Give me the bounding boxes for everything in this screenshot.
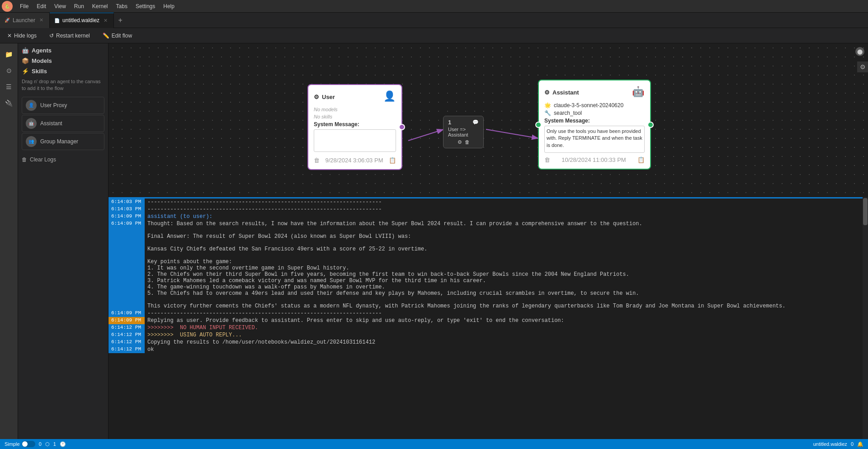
edge-settings-icon[interactable]: ⚙ [458, 139, 462, 145]
restart-kernel-button[interactable]: ↺ Restart kernel [46, 31, 94, 40]
log-entry-separator1: 6:14:03 PM -----------------------------… [108, 199, 868, 206]
menubar: 🐍 File Edit View Run Kernel Tabs Setting… [0, 0, 868, 13]
user-delete-icon[interactable]: 🗑 [314, 157, 320, 164]
log-time-3: 6:14:09 PM [108, 213, 145, 220]
log-time-10: 6:14:12 PM [108, 346, 145, 353]
status-notifications: 0 [851, 441, 854, 447]
log-entry-no-input: 6:14:12 PM >>>>>>>> NO HUMAN INPUT RECEI… [108, 324, 868, 331]
flow-canvas[interactable]: ⚙ User 👤 No models No skills System Mess… [108, 43, 868, 449]
menu-help[interactable]: Help [160, 2, 178, 10]
assistant-model: claude-3-5-sonnet-20240620 [554, 102, 623, 109]
skills-title: ⚡ Skills [22, 68, 104, 75]
edit-flow-button[interactable]: ✏️ Edit flow [99, 31, 136, 40]
tab-launcher-label: Launcher [13, 17, 35, 24]
sidebar-search-icon[interactable]: ⊙ [2, 63, 16, 78]
sidebar-list-icon[interactable]: ☰ [2, 80, 16, 94]
user-timestamp: 9/28/2024 3:06:03 PM [326, 157, 383, 164]
tab-waldiez-label: untitled.waldiez [62, 17, 99, 24]
launcher-icon: 🚀 [5, 18, 10, 23]
assistant-avatar: 🤖 [26, 118, 37, 129]
user-node[interactable]: ⚙ User 👤 No models No skills System Mess… [307, 84, 402, 170]
assistant-model-row: 🌟 claude-3-5-sonnet-20240620 [544, 102, 645, 109]
menu-settings[interactable]: Settings [132, 2, 159, 10]
user-sys-msg-input[interactable] [314, 129, 396, 152]
sidebar-plugin-icon[interactable]: 🔌 [2, 96, 16, 110]
user-no-models: No models [314, 107, 396, 112]
assistant-timestamp: 10/28/2024 11:00:33 PM [561, 156, 626, 163]
menu-run[interactable]: Run [71, 2, 88, 10]
assistant-tool-row: 🔧 search_tool [544, 110, 645, 116]
tab-waldiez-close[interactable]: ✕ [102, 17, 109, 24]
simple-toggle[interactable]: Simple [5, 441, 35, 447]
log-entry-thought: 6:14:09 PM Thought: Based on the search … [108, 220, 868, 310]
assistant-tool: search_tool [554, 110, 582, 116]
tab-waldiez[interactable]: 📄 untitled.waldiez ✕ [50, 13, 114, 28]
assistant-node-header: ⚙ Assistant 🤖 [544, 86, 645, 99]
user-copy-icon[interactable]: 📋 [389, 157, 396, 164]
menu-kernel[interactable]: Kernel [89, 2, 112, 10]
status-bell-icon: 🔔 [857, 441, 863, 447]
assistant-node-right-handle[interactable] [647, 122, 654, 128]
sidebar-files-icon[interactable]: 📁 [2, 47, 16, 61]
restart-kernel-label: Restart kernel [56, 33, 90, 39]
log-scrollbar-thumb[interactable] [863, 198, 868, 225]
tab-add-button[interactable]: + [114, 13, 127, 28]
log-scrollbar[interactable] [863, 197, 868, 439]
statusbar-left: Simple 0 ⬡ 1 🕐 [5, 441, 66, 447]
canvas-top-right: ⬤ [855, 47, 864, 58]
agent-panel: 🤖 Agents 📦 Models ⚡ Skills Drag n' drop … [18, 43, 108, 449]
tab-launcher-close[interactable]: ✕ [38, 17, 45, 24]
app-logo: 🐍 [2, 1, 13, 12]
user-sys-msg-label: System Message: [314, 121, 396, 128]
toggle-switch[interactable] [22, 441, 35, 447]
menu-view[interactable]: View [51, 2, 70, 10]
skills-icon: ⚡ [22, 68, 29, 75]
log-time-9: 6:14:12 PM [108, 339, 145, 346]
menu-file[interactable]: File [16, 2, 32, 10]
status-clock-icon: 🕐 [60, 441, 66, 447]
toggle-thumb [22, 441, 28, 447]
log-time-4: 6:14:09 PM [108, 220, 145, 310]
hide-logs-button[interactable]: ✕ Hide logs [4, 31, 40, 40]
model-icon: 🌟 [544, 102, 551, 109]
tab-launcher[interactable]: 🚀 Launcher ✕ [0, 13, 50, 28]
edge-bubble-actions: ⚙ 🗑 [448, 139, 479, 145]
assistant-gear-icon[interactable]: ⚙ [544, 89, 550, 96]
user-node-footer: 🗑 9/28/2024 3:06:03 PM 📋 [314, 157, 396, 164]
log-time-1: 6:14:03 PM [108, 199, 145, 206]
edge-delete-icon[interactable]: 🗑 [465, 139, 470, 145]
user-no-skills: No skills [314, 114, 396, 119]
clear-logs-label: Clear Logs [30, 156, 56, 163]
status-kernel-icon: ⬡ [45, 441, 50, 447]
assistant-delete-icon[interactable]: 🗑 [544, 156, 550, 163]
log-text-7: >>>>>>>> NO HUMAN INPUT RECEIVED. [145, 324, 868, 331]
clear-logs-button[interactable]: 🗑 Clear Logs [22, 156, 104, 163]
circle-icon[interactable]: ⬤ [855, 47, 864, 56]
log-text-4: Thought: Based on the search results, I … [145, 220, 868, 310]
models-icon: 📦 [22, 57, 29, 64]
menu-tabs[interactable]: Tabs [113, 2, 131, 10]
simple-label: Simple [5, 441, 20, 447]
assistant-node-left-handle[interactable] [535, 122, 542, 128]
tool-icon: 🔧 [544, 110, 551, 116]
menu-edit[interactable]: Edit [33, 2, 50, 10]
user-node-avatar: 👤 [383, 90, 396, 103]
log-text-6: Replying as user. Provide feedback to as… [145, 317, 868, 324]
edge-bubble[interactable]: 1 💬 User => Assistant ⚙ 🗑 [443, 116, 484, 148]
user-gear-icon[interactable]: ⚙ [314, 94, 319, 100]
log-entry-auto-reply: 6:14:12 PM >>>>>>>> USING AUTO REPLY... [108, 331, 868, 339]
settings-panel-icon[interactable]: ⚙ [857, 61, 868, 72]
edit-flow-icon: ✏️ [103, 33, 109, 39]
log-panel[interactable]: 6:14:03 PM -----------------------------… [108, 197, 868, 449]
agent-user-proxy[interactable]: 👤 User Proxy [22, 97, 104, 114]
assistant-copy-icon[interactable]: 📋 [637, 156, 645, 163]
agent-assistant[interactable]: 🤖 Assistant [22, 115, 104, 132]
log-entry-assistant-label: 6:14:09 PM assistant (to user): [108, 213, 868, 220]
agent-group-manager[interactable]: 👥 Group Manager [22, 133, 104, 150]
assistant-sys-msg-label: System Message: [544, 118, 645, 124]
edge-count: 1 [448, 119, 451, 126]
user-node-right-handle[interactable] [399, 124, 405, 130]
assistant-node[interactable]: ⚙ Assistant 🤖 🌟 claude-3-5-sonnet-202406… [538, 80, 651, 170]
drag-hint: Drag n' drop an agent to the canvas to a… [22, 78, 104, 92]
status-count-left: 0 [39, 441, 42, 447]
